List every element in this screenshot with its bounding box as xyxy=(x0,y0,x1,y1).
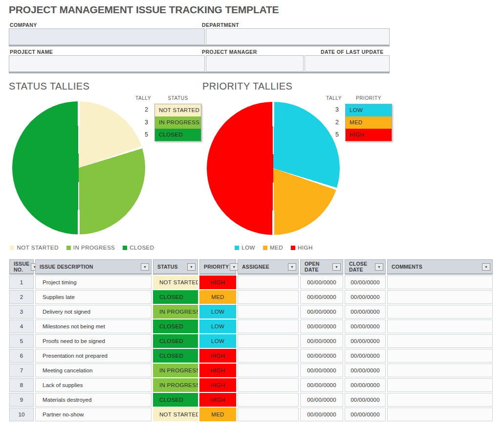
issue-no-cell[interactable]: 8 xyxy=(9,378,34,392)
status-cell[interactable]: CLOSED xyxy=(153,334,198,348)
status-cell[interactable]: CLOSED xyxy=(153,349,198,363)
filter-comments-button[interactable]: ▼ xyxy=(482,263,490,271)
close-date-cell[interactable]: 00/00/0000 xyxy=(345,393,386,407)
status-cell[interactable]: CLOSED xyxy=(153,290,198,304)
close-date-cell[interactable]: 00/00/0000 xyxy=(345,378,386,392)
open-date-cell[interactable]: 00/00/0000 xyxy=(300,393,343,407)
issue-no-cell[interactable]: 5 xyxy=(9,334,34,348)
status-in-progress-cell[interactable]: IN PROGRESS xyxy=(155,116,201,129)
priority-cell[interactable]: HIGH xyxy=(199,364,236,377)
priority-cell[interactable]: LOW xyxy=(199,320,236,333)
assignee-cell[interactable] xyxy=(238,408,299,421)
tally-value-cell[interactable]: 2 xyxy=(132,104,154,116)
assignee-cell[interactable] xyxy=(238,378,299,392)
filter-status-button[interactable]: ▼ xyxy=(187,263,196,271)
comments-cell[interactable] xyxy=(387,349,493,363)
open-date-cell[interactable]: 00/00/0000 xyxy=(300,290,343,304)
priority-cell[interactable]: MED xyxy=(199,290,236,304)
issue-description-cell[interactable]: Materials destroyed xyxy=(35,393,152,407)
comments-cell[interactable] xyxy=(387,364,493,377)
status-cell[interactable]: CLOSED xyxy=(153,393,198,407)
assignee-cell[interactable] xyxy=(238,305,299,319)
issue-no-cell[interactable]: 6 xyxy=(9,349,34,363)
priority-med-cell[interactable]: MED xyxy=(346,116,392,129)
issue-no-cell[interactable]: 7 xyxy=(9,364,34,377)
priority-cell[interactable]: HIGH xyxy=(199,378,236,392)
close-date-cell[interactable]: 00/00/0000 xyxy=(345,349,386,363)
comments-cell[interactable] xyxy=(387,408,493,421)
tally-value-cell[interactable]: 5 xyxy=(132,129,154,141)
priority-cell[interactable]: MED xyxy=(199,408,236,421)
status-cell[interactable]: IN PROGRESS xyxy=(153,378,198,392)
filter-assignee-button[interactable]: ▼ xyxy=(288,263,296,271)
close-date-cell[interactable]: 00/00/0000 xyxy=(345,408,386,421)
close-date-cell[interactable]: 00/00/0000 xyxy=(345,305,386,319)
comments-cell[interactable] xyxy=(387,320,493,333)
filter-description-button[interactable]: ▼ xyxy=(141,263,149,271)
issue-description-cell[interactable]: Delivery not signed xyxy=(35,305,152,319)
tally-value-cell[interactable]: 3 xyxy=(132,116,154,129)
status-cell[interactable]: NOT STARTED xyxy=(153,275,198,289)
open-date-cell[interactable]: 00/00/0000 xyxy=(300,320,343,333)
tally-value-cell[interactable]: 3 xyxy=(323,104,345,116)
close-date-cell[interactable]: 00/00/0000 xyxy=(345,275,386,289)
project-name-input[interactable] xyxy=(9,55,205,72)
open-date-cell[interactable]: 00/00/0000 xyxy=(300,378,343,392)
priority-cell[interactable]: LOW xyxy=(199,305,236,319)
status-cell[interactable]: CLOSED xyxy=(153,320,198,333)
assignee-cell[interactable] xyxy=(238,320,299,333)
close-date-cell[interactable]: 00/00/0000 xyxy=(345,334,386,348)
open-date-cell[interactable]: 00/00/0000 xyxy=(300,408,343,421)
assignee-cell[interactable] xyxy=(238,334,299,348)
issue-description-cell[interactable]: Lack of supplies xyxy=(35,378,152,392)
issue-no-cell[interactable]: 3 xyxy=(9,305,34,319)
issue-description-cell[interactable]: Milestones not being met xyxy=(35,320,152,333)
status-cell[interactable]: IN PROGRESS xyxy=(153,305,198,319)
comments-cell[interactable] xyxy=(387,290,493,304)
department-input[interactable] xyxy=(206,28,390,45)
close-date-cell[interactable]: 00/00/0000 xyxy=(345,320,386,333)
filter-open-date-button[interactable]: ▼ xyxy=(332,263,341,271)
company-input[interactable] xyxy=(9,28,205,45)
tally-value-cell[interactable]: 2 xyxy=(323,116,345,129)
priority-cell[interactable]: HIGH xyxy=(199,393,236,407)
issue-description-cell[interactable]: Partner no-show xyxy=(35,408,152,421)
close-date-cell[interactable]: 00/00/0000 xyxy=(345,290,386,304)
comments-cell[interactable] xyxy=(387,305,493,319)
priority-cell[interactable]: LOW xyxy=(199,334,236,348)
status-cell[interactable]: IN PROGRESS xyxy=(153,364,198,377)
assignee-cell[interactable] xyxy=(238,290,299,304)
assignee-cell[interactable] xyxy=(238,393,299,407)
comments-cell[interactable] xyxy=(387,275,493,289)
project-manager-input[interactable] xyxy=(206,55,304,72)
open-date-cell[interactable]: 00/00/0000 xyxy=(300,275,343,289)
issue-no-cell[interactable]: 4 xyxy=(9,320,34,333)
assignee-cell[interactable] xyxy=(238,275,299,289)
date-of-last-update-input[interactable] xyxy=(305,55,390,72)
filter-priority-button[interactable]: ▼ xyxy=(230,263,238,271)
issue-description-cell[interactable]: Proofs need to be signed xyxy=(35,334,152,348)
filter-close-date-button[interactable]: ▼ xyxy=(375,263,383,271)
comments-cell[interactable] xyxy=(387,393,493,407)
issue-no-cell[interactable]: 2 xyxy=(9,290,34,304)
open-date-cell[interactable]: 00/00/0000 xyxy=(300,334,343,348)
assignee-cell[interactable] xyxy=(238,364,299,377)
comments-cell[interactable] xyxy=(387,378,493,392)
priority-cell[interactable]: HIGH xyxy=(199,349,236,363)
issue-no-cell[interactable]: 1 xyxy=(9,275,34,289)
open-date-cell[interactable]: 00/00/0000 xyxy=(300,364,343,377)
status-not-started-cell[interactable]: NOT STARTED xyxy=(155,104,201,116)
status-cell[interactable]: NOT STARTED xyxy=(153,408,198,421)
status-closed-cell[interactable]: CLOSED xyxy=(155,129,201,141)
open-date-cell[interactable]: 00/00/0000 xyxy=(300,305,343,319)
comments-cell[interactable] xyxy=(387,334,493,348)
issue-no-cell[interactable]: 10 xyxy=(9,408,34,421)
issue-description-cell[interactable]: Project timing xyxy=(35,275,152,289)
open-date-cell[interactable]: 00/00/0000 xyxy=(300,349,343,363)
tally-value-cell[interactable]: 5 xyxy=(323,129,345,141)
priority-cell[interactable]: HIGH xyxy=(199,275,236,289)
priority-low-cell[interactable]: LOW xyxy=(346,104,392,116)
priority-high-cell[interactable]: HIGH xyxy=(346,129,392,141)
assignee-cell[interactable] xyxy=(238,349,299,363)
close-date-cell[interactable]: 00/00/0000 xyxy=(345,364,386,377)
